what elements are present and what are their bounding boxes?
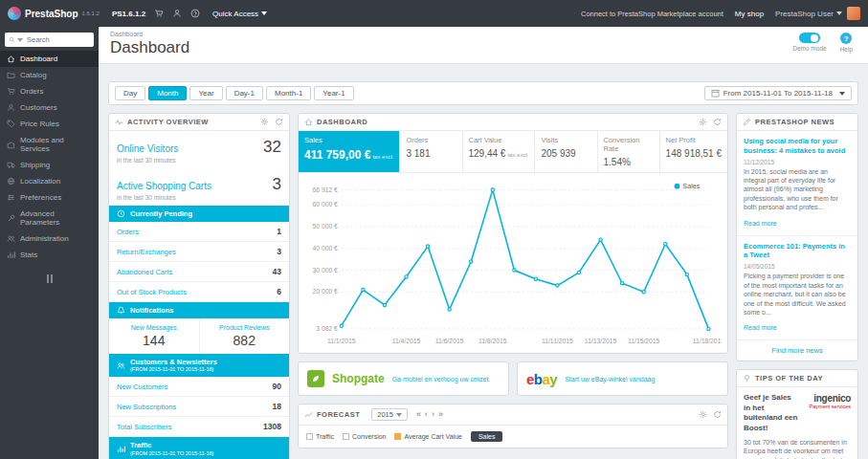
online-visitors-link[interactable]: Online Visitors [117,143,178,154]
abandoned-carts-row[interactable]: Abandoned Carts 43 [109,262,289,282]
panel-header: PRESTASHOP NEWS [737,114,857,131]
sidebar-item-label: Catalog [20,71,47,79]
gear-icon[interactable] [699,410,707,419]
filter-month-1-button[interactable]: Month-1 [266,86,311,100]
shop-cart-icon[interactable] [154,9,164,18]
pencil-icon [743,118,751,126]
date-range-button[interactable]: From 2015-11-01 To 2015-11-18 [704,86,852,100]
dashboard-icon [304,118,313,126]
pager-prev-button[interactable]: ‹ [425,410,428,419]
refresh-icon[interactable] [713,410,722,419]
row-label: Out of Stock Products [117,288,187,296]
row-label: New Customers [117,382,167,391]
sidebar-item-orders[interactable]: Orders [0,83,99,99]
sales-chart[interactable]: 3 082 €20 000 €30 000 €40 000 €50 000 €6… [304,177,722,353]
help-control: Help [840,33,853,53]
svg-text:11/11/2015: 11/11/2015 [542,338,573,344]
sidebar-collapse-button[interactable] [0,274,99,283]
article-title-link[interactable]: Using social media for your business: 4 … [744,137,851,156]
sidebar-item-preferences[interactable]: Preferences [0,189,99,206]
ebay-ad[interactable]: ebay Start uw eBay-winkel vandaag [517,361,728,396]
filter-day-button[interactable]: Day [115,86,145,100]
kpi-label: Sales [304,136,393,144]
section-title-wrap: Customers & Newsletters (FROM 2015-11-01… [130,358,217,373]
kpi-net-profit[interactable]: Net Profit 148 918,51 € [660,131,727,172]
row-value: 1 [277,227,281,236]
search-scope-caret-icon[interactable] [17,38,23,42]
legend-conversion[interactable]: Conversion [343,433,386,440]
sidebar-item-administration[interactable]: Administration [0,230,99,247]
sidebar-item-advanced-parameters[interactable]: Advanced Parameters [0,206,99,230]
employee-icon[interactable] [172,9,182,18]
cell-value: 882 [204,333,286,348]
kpi-sales[interactable]: Sales 411 759,00 €tax excl. [299,131,400,172]
panel-header: TIPS OF THE DAY [737,370,857,387]
refresh-icon[interactable] [275,118,283,126]
demo-mode-toggle[interactable] [799,33,820,43]
marketplace-connect-link[interactable]: Connect to PrestaShop Marketplace accoun… [581,10,723,18]
active-carts-link[interactable]: Active Shopping Carts [117,181,211,191]
active-carts-value: 3 [273,176,281,192]
filter-year-button[interactable]: Year [189,86,222,100]
refresh-icon[interactable] [713,118,722,126]
kpi-conversion-rate[interactable]: Conversion Rate 1.54% [598,131,660,172]
forecast-panel: FORECAST 2015 « ‹ › » [298,404,728,448]
gear-icon[interactable] [260,118,269,126]
total-subscribers-row[interactable]: Total Subscribers 1308 [109,417,289,437]
search-input[interactable] [27,35,90,44]
sidebar-item-dashboard[interactable]: Dashboard [0,51,99,67]
quick-access-menu[interactable]: Quick Access [212,10,267,18]
my-shop-link[interactable]: My shop [735,10,764,18]
legend-average-cart-value[interactable]: Average Cart Value [394,433,461,440]
find-more-news-link[interactable]: Find more news [737,340,857,361]
filter-month-button[interactable]: Month [148,86,187,100]
kpi-cart-value[interactable]: Cart Value 129,44 €tax excl. [463,131,536,172]
forecast-year-select[interactable]: 2015 [371,408,408,421]
pager-last-button[interactable]: » [438,410,443,419]
dashboard-columns: ACTIVITY OVERVIEW Online Visitors in the… [108,113,858,459]
prestashop-logo[interactable]: PrestaShop 1.6.1.2 [8,7,100,20]
new-customers-row[interactable]: New Customers 90 [109,377,289,397]
currently-pending-header: Currently Pending [109,206,289,222]
read-more-link[interactable]: Read more [744,324,777,331]
legend-sales[interactable]: Sales [471,431,503,442]
sidebar-item-price-rules[interactable]: Price Rules [0,116,99,132]
sidebar-item-customers[interactable]: Customers [0,99,99,116]
ebay-link[interactable]: Start uw eBay-winkel vandaag [565,375,655,383]
user-menu[interactable]: PrestaShop User [775,7,860,20]
support-icon[interactable] [190,9,200,18]
new-subscriptions-row[interactable]: New Subscriptions 18 [109,397,289,417]
read-more-link[interactable]: Read more [744,220,777,227]
filter-day-1-button[interactable]: Day-1 [226,86,263,100]
new-messages-cell[interactable]: New Messages 144 [109,318,200,354]
sidebar-item-shipping[interactable]: Shipping [0,157,99,173]
sidebar-item-modules[interactable]: Modules and Services [0,132,99,157]
gear-icon[interactable] [699,118,707,126]
out-of-stock-row[interactable]: Out of Stock Products 6 [109,282,289,302]
shopgate-link[interactable]: Ga mobiel en verhoog uw omzet [392,375,489,383]
legend-traffic[interactable]: Traffic [306,433,334,440]
product-reviews-cell[interactable]: Product Reviews 882 [200,318,290,354]
kpi-orders[interactable]: Orders 3 181 [400,131,462,172]
sidebar-item-catalog[interactable]: Catalog [0,67,99,83]
shopgate-ad[interactable]: Shopgate Ga mobiel en verhoog uw omzet [298,361,509,396]
avatar [847,7,860,20]
svg-text:60 000 €: 60 000 € [313,201,339,208]
help-label: Help [840,46,853,53]
pager-next-button[interactable]: › [432,410,434,419]
article-title-link[interactable]: Ecommerce 101: Payments in a Tweet [744,242,851,261]
sidebar: Dashboard Catalog Orders Customers Price… [0,27,99,459]
sidebar-item-stats[interactable]: Stats [0,247,99,263]
sidebar-item-localization[interactable]: Localization [0,173,99,189]
svg-text:Sales: Sales [682,182,701,190]
pending-returns-row[interactable]: Return/Exchanges 3 [109,242,289,262]
pager-first-button[interactable]: « [416,410,421,419]
swatch-icon [394,433,401,440]
section-title: Traffic [130,441,213,449]
filter-year-1-button[interactable]: Year-1 [314,86,353,100]
kpi-label: Cart Value [469,136,529,144]
kpi-visits[interactable]: Visits 205 939 [535,131,597,172]
pending-orders-row[interactable]: Orders 1 [109,222,289,242]
traffic-header: Traffic (FROM 2015-11-01 TO 2015-11-18) [109,437,289,459]
help-icon[interactable] [840,33,852,44]
